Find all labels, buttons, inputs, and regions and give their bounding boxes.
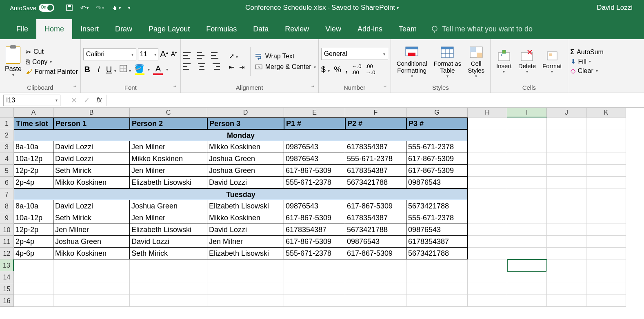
cell[interactable] <box>468 236 507 248</box>
cell[interactable] <box>586 117 626 129</box>
align-bottom-button[interactable] <box>211 52 220 60</box>
fx-icon[interactable]: fx <box>96 96 102 104</box>
font-color-button[interactable]: A <box>153 64 163 75</box>
cell[interactable] <box>507 117 547 129</box>
cell[interactable]: Mikko Koskinen <box>207 212 284 224</box>
decrease-decimal-button[interactable]: .00→.0 <box>366 63 375 75</box>
cell[interactable] <box>547 271 586 283</box>
cell[interactable]: Jen Milner <box>207 236 284 248</box>
cell[interactable] <box>507 212 547 224</box>
tab-add-ins[interactable]: Add-ins <box>349 19 391 39</box>
cell[interactable] <box>547 117 586 129</box>
tab-data[interactable]: Data <box>245 19 277 39</box>
cell[interactable] <box>468 177 507 188</box>
cell[interactable] <box>547 177 586 188</box>
cell[interactable]: 6178354387 <box>406 236 468 248</box>
cell[interactable]: 09876543 <box>284 141 345 153</box>
cell[interactable] <box>547 248 586 259</box>
row-header[interactable]: 6 <box>0 177 14 188</box>
row-header[interactable]: 9 <box>0 212 14 224</box>
align-right-button[interactable] <box>211 63 220 71</box>
cell[interactable]: Person 3 <box>207 117 284 129</box>
cell[interactable]: Joshua Green <box>207 165 284 177</box>
cell[interactable] <box>468 259 507 271</box>
cell[interactable]: Mikko Koskinen <box>53 248 130 259</box>
cell[interactable]: 617-867-5309 <box>284 165 345 177</box>
cell[interactable]: 10a-12p <box>14 153 53 165</box>
cell[interactable] <box>53 295 130 307</box>
cell[interactable]: 617-867-5309 <box>345 248 406 259</box>
merged-cell[interactable]: Monday <box>14 129 468 141</box>
cell[interactable]: 6178354387 <box>345 165 406 177</box>
cell[interactable] <box>284 295 345 307</box>
cell[interactable]: 555-671-2378 <box>406 141 468 153</box>
cell[interactable]: 617-867-5309 <box>284 236 345 248</box>
touch-mode-button[interactable]: ▾ <box>111 4 121 11</box>
cell[interactable] <box>14 283 53 295</box>
cell[interactable]: Elizabeth Lisowski <box>130 177 207 188</box>
cell[interactable] <box>586 259 626 271</box>
underline-button[interactable]: U ▾ <box>106 65 116 74</box>
row-header[interactable]: 2 <box>0 129 14 141</box>
cell[interactable] <box>507 248 547 259</box>
cell[interactable]: Jen Milner <box>53 224 130 236</box>
cell[interactable] <box>507 271 547 283</box>
cell-styles-button[interactable]: Cell Styles ▾ <box>464 45 488 78</box>
cell[interactable]: 09876543 <box>284 153 345 165</box>
tab-insert[interactable]: Insert <box>72 19 107 39</box>
chevron-down-icon[interactable]: ▾ <box>397 6 399 10</box>
cell[interactable] <box>547 200 586 212</box>
cell[interactable]: 09876543 <box>284 200 345 212</box>
toggle-switch[interactable]: On <box>39 4 54 12</box>
cell[interactable] <box>507 200 547 212</box>
cell[interactable] <box>547 224 586 236</box>
name-box[interactable]: I13▾ <box>3 95 60 106</box>
cell[interactable] <box>406 271 468 283</box>
cell[interactable] <box>207 271 284 283</box>
conditional-formatting-button[interactable]: Conditional Formatting ▾ <box>393 45 431 78</box>
spreadsheet-grid[interactable]: ABCDEFGHIJK 1Time slotPerson 1Person 2Pe… <box>0 108 644 319</box>
cell[interactable] <box>468 212 507 224</box>
cell[interactable]: 6178354387 <box>345 212 406 224</box>
cell[interactable] <box>547 236 586 248</box>
cell[interactable] <box>586 271 626 283</box>
cell[interactable] <box>468 200 507 212</box>
cell[interactable] <box>468 188 507 200</box>
cell[interactable]: 4p-6p <box>14 248 53 259</box>
cell[interactable] <box>345 283 406 295</box>
tab-home[interactable]: Home <box>36 19 72 39</box>
row-header[interactable]: 13 <box>0 259 14 271</box>
cell[interactable]: Seth Mirick <box>53 165 130 177</box>
cell[interactable]: 6178354387 <box>284 224 345 236</box>
column-header[interactable]: A <box>14 108 53 117</box>
cell[interactable] <box>468 295 507 307</box>
tab-page-layout[interactable]: Page Layout <box>140 19 198 39</box>
insert-cells-button[interactable]: Insert▾ <box>493 49 515 74</box>
cell[interactable]: David Lozzi <box>53 200 130 212</box>
column-header[interactable]: F <box>345 108 406 117</box>
cell[interactable]: 5673421788 <box>345 224 406 236</box>
cell[interactable] <box>507 259 547 271</box>
redo-button[interactable]: ↷ ▾ <box>96 4 104 12</box>
clear-button[interactable]: ◇Clear ▾ <box>571 66 598 75</box>
font-size-combo[interactable]: 11▾ <box>138 48 158 60</box>
cell[interactable] <box>507 129 547 141</box>
column-header[interactable]: K <box>586 108 626 117</box>
cell[interactable]: 617-867-5309 <box>345 200 406 212</box>
cell[interactable] <box>345 271 406 283</box>
orientation-button[interactable]: ⤢ ▾ <box>229 52 238 60</box>
cell[interactable] <box>284 259 345 271</box>
cell[interactable]: Seth Mirick <box>130 248 207 259</box>
cell[interactable] <box>586 236 626 248</box>
cell[interactable] <box>547 141 586 153</box>
increase-decimal-button[interactable]: ←.0.00 <box>352 63 362 75</box>
decrease-font-button[interactable]: A▾ <box>170 51 178 58</box>
cell[interactable]: 555-671-2378 <box>284 248 345 259</box>
cell[interactable]: P1 # <box>284 117 345 129</box>
cell[interactable] <box>284 283 345 295</box>
cell[interactable] <box>507 188 547 200</box>
format-painter-button[interactable]: 🖌Format Painter <box>26 68 78 75</box>
align-left-button[interactable] <box>183 63 192 71</box>
cell[interactable] <box>406 283 468 295</box>
cell[interactable]: 617-867-5309 <box>406 165 468 177</box>
